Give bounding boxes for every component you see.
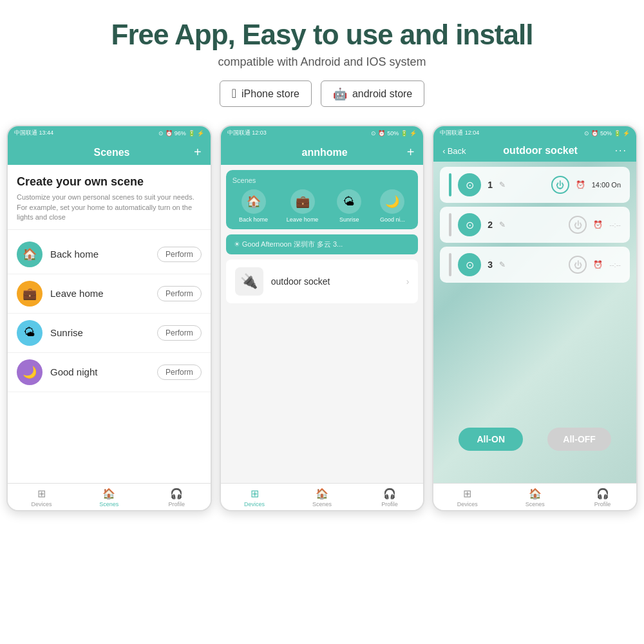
- perform-btn-sunrise[interactable]: Perform: [157, 325, 202, 341]
- socket-icon-1: ⊙: [458, 173, 481, 196]
- socket-timer-icon-2[interactable]: ⏰: [593, 220, 603, 229]
- scenes-tab-icon: 🏠: [102, 488, 115, 500]
- phone3-dots-menu[interactable]: ···: [615, 145, 627, 156]
- socket-edit-icon-3[interactable]: ✎: [499, 260, 506, 269]
- android-store-button[interactable]: 🤖 android store: [321, 80, 424, 107]
- main-title: Free App, Easy to use and install: [111, 19, 533, 50]
- perform-btn-leavehome[interactable]: Perform: [157, 286, 202, 301]
- scene-name-backhome: Back home: [50, 249, 149, 260]
- phone1-status-left: 中国联通 13:44: [14, 129, 53, 137]
- phone2-tab-devices[interactable]: ⊞ Devices: [221, 488, 289, 507]
- phone2-tab-bar: ⊞ Devices 🏠 Scenes 🎧 Profile: [221, 483, 424, 510]
- scene-item-backhome: 🏠 Back home Perform: [8, 235, 211, 274]
- phone2-tab-scenes[interactable]: 🏠 Scenes: [289, 488, 356, 507]
- scenes-icons-row: 🏠 Back home 💼 Leave home 🌤 Sunrise: [232, 189, 412, 223]
- phone3-tab-scenes[interactable]: 🏠 Scenes: [501, 488, 569, 507]
- phone3-tab-profile[interactable]: 🎧 Profile: [569, 488, 636, 507]
- scene-icon-leavehome: 💼: [17, 281, 43, 307]
- socket-power-icon-1[interactable]: ⏻: [551, 176, 569, 194]
- perform-btn-backhome[interactable]: Perform: [157, 247, 202, 262]
- phone2-profile-tab-icon: 🎧: [383, 488, 396, 500]
- device-item-row[interactable]: 🔌 outdoor socket ›: [226, 260, 419, 303]
- android-icon: 🤖: [333, 87, 347, 101]
- scenes-tab-label: Scenes: [99, 501, 118, 507]
- bottom-buttons-row: All-ON All-OFF: [433, 428, 636, 451]
- scene-name-leavehome: Leave home: [50, 288, 149, 299]
- scene-name-goodnight: Good night: [50, 366, 149, 377]
- phone3-profile-tab-label: Profile: [594, 501, 611, 507]
- phone3-nav-title: outdoor socket: [503, 145, 578, 156]
- phone2-status-bar: 中国联通 12:03 ⊙ ⏰ 50% 🔋 ⚡: [221, 126, 424, 140]
- scene-thumb-label-leavehome: Leave home: [287, 216, 319, 223]
- device-name-text: outdoor socket: [271, 276, 399, 287]
- phone1-nav-bar: Scenes +: [8, 140, 211, 165]
- phone2-nav-bar: annhome +: [221, 140, 424, 165]
- apple-icon: : [232, 86, 236, 101]
- phone3-content: ⊙ 1 ✎ ⏻ ⏰ 14:00 On ⊙ 2 ✎ ⏻ ⏰: [433, 162, 636, 483]
- scene-thumb-icon-sunrise: 🌤: [337, 189, 361, 214]
- android-store-label: android store: [352, 88, 412, 100]
- phone1-status-right: ⊙ ⏰ 96% 🔋 ⚡: [158, 130, 204, 137]
- phone3-scenes-tab-label: Scenes: [526, 501, 545, 507]
- page-wrapper: Free App, Easy to use and install compat…: [0, 0, 644, 644]
- phone1-scene-header: Create your own scene Customize your own…: [8, 165, 211, 229]
- scene-thumb-leavehome: 💼 Leave home: [287, 189, 319, 223]
- phone3-back-button[interactable]: ‹ Back: [442, 146, 466, 156]
- socket-timer-icon-1[interactable]: ⏰: [576, 180, 585, 189]
- phone3-tab-devices[interactable]: ⊞ Devices: [433, 488, 501, 507]
- scene-thumb-sunrise: 🌤 Sunrise: [337, 189, 361, 223]
- socket-time-label-3: --:--: [609, 261, 621, 269]
- phone2-status-right: ⊙ ⏰ 50% 🔋 ⚡: [371, 130, 417, 137]
- socket-power-icon-3[interactable]: ⏻: [569, 256, 587, 274]
- socket-time-label-2: --:--: [609, 221, 621, 229]
- phone2-profile-tab-label: Profile: [381, 501, 398, 507]
- phone3-tab-bar: ⊞ Devices 🏠 Scenes 🎧 Profile: [433, 483, 636, 510]
- phone2-tab-profile[interactable]: 🎧 Profile: [355, 488, 423, 507]
- phone1-add-icon[interactable]: +: [194, 145, 202, 160]
- scene-item-sunrise: 🌤 Sunrise Perform: [8, 314, 211, 353]
- all-off-button[interactable]: All-OFF: [547, 428, 611, 451]
- phone3-status-bar: 中国联通 12:04 ⊙ ⏰ 50% 🔋 ⚡: [433, 126, 636, 140]
- socket-power-icon-2[interactable]: ⏻: [569, 216, 587, 234]
- phone1-scene-list: 🏠 Back home Perform 💼 Leave home Perform…: [8, 230, 211, 397]
- socket-num-2: 2: [488, 220, 493, 230]
- socket-timer-icon-3[interactable]: ⏰: [593, 260, 603, 269]
- scene-icon-backhome: 🏠: [17, 242, 43, 267]
- store-buttons:  iPhone store 🤖 android store: [111, 80, 533, 107]
- scene-thumb-label-goodnight: Good ni...: [380, 216, 405, 223]
- header-section: Free App, Easy to use and install compat…: [111, 19, 533, 113]
- devices-tab-icon: ⊞: [37, 488, 46, 500]
- socket-row-3: ⊙ 3 ✎ ⏻ ⏰ --:--: [440, 247, 630, 283]
- scene-thumb-goodnight: 🌙 Good ni...: [380, 189, 405, 223]
- phone2-frame: 中国联通 12:03 ⊙ ⏰ 50% 🔋 ⚡ annhome + Scenes: [220, 125, 425, 511]
- socket-icon-3: ⊙: [458, 253, 481, 276]
- all-on-button[interactable]: All-ON: [459, 428, 523, 451]
- scene-item-goodnight: 🌙 Good night Perform: [8, 353, 211, 392]
- tab-scenes[interactable]: 🏠 Scenes: [75, 488, 143, 507]
- socket-edit-icon-2[interactable]: ✎: [499, 220, 506, 229]
- phone2-devices-tab-label: Devices: [244, 501, 265, 507]
- phone2-devices-tab-icon: ⊞: [251, 488, 259, 500]
- phone2-content: Scenes 🏠 Back home 💼 Leave home 🌤 Sun: [221, 165, 424, 483]
- profile-tab-icon: 🎧: [170, 488, 183, 500]
- scene-thumb-icon-backhome: 🏠: [242, 189, 266, 214]
- phone1-content: Create your own scene Customize your own…: [8, 165, 211, 483]
- tab-devices[interactable]: ⊞ Devices: [8, 488, 75, 507]
- weather-text: ☀ Good Afternoon 深圳市 多云 3...: [234, 240, 343, 249]
- phone2-add-icon[interactable]: +: [407, 145, 415, 160]
- profile-tab-label: Profile: [168, 501, 185, 507]
- phone3-nav-bar: ‹ Back outdoor socket ···: [433, 140, 636, 162]
- socket-list-overlay: ⊙ 1 ✎ ⏻ ⏰ 14:00 On ⊙ 2 ✎ ⏻ ⏰: [433, 162, 636, 288]
- phone2-scenes-tab-icon: 🏠: [316, 488, 328, 500]
- scene-thumb-label-backhome: Back home: [239, 216, 268, 223]
- tab-profile[interactable]: 🎧 Profile: [143, 488, 211, 507]
- scene-thumb-icon-leavehome: 💼: [290, 189, 315, 214]
- phone1-tab-bar: ⊞ Devices 🏠 Scenes 🎧 Profile: [8, 483, 211, 510]
- phone2-nav-title: annhome: [302, 147, 348, 158]
- scene-header-title: Create your own scene: [17, 175, 202, 189]
- scene-item-leavehome: 💼 Leave home Perform: [8, 274, 211, 314]
- perform-btn-goodnight[interactable]: Perform: [157, 365, 202, 380]
- scene-thumb-backhome: 🏠 Back home: [239, 189, 268, 223]
- socket-edit-icon-1[interactable]: ✎: [499, 180, 506, 189]
- iphone-store-button[interactable]:  iPhone store: [220, 80, 312, 107]
